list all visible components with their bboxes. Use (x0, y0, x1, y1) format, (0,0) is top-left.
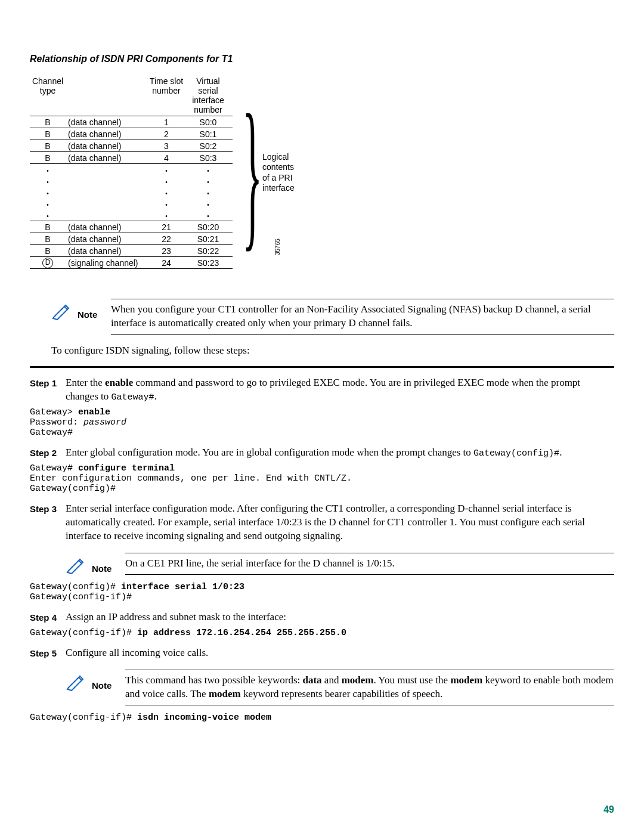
step-body: Enter serial interface configuration mod… (66, 502, 614, 543)
cell-ct: B (30, 129, 66, 139)
table-row: B (data channel) 23 S0:22 (30, 245, 233, 257)
step-2: Step 2 Enter global configuration mode. … (30, 446, 614, 460)
cell-ts: 4 (145, 153, 187, 163)
code-block: Gateway(config-if)# ip address 172.16.25… (30, 628, 614, 638)
table-row-ellipsis (30, 187, 233, 198)
cell-vs: S0:2 (187, 141, 229, 151)
cell-ts: 24 (145, 258, 187, 268)
step-label: Step 3 (30, 502, 66, 543)
intro-text: To configure ISDN signaling, follow thes… (51, 344, 614, 358)
cell-desc: (data channel) (66, 153, 145, 163)
cell-vs: S0:1 (187, 129, 229, 139)
note-label: Note (92, 553, 125, 575)
step-body: Configure all incoming voice calls. (66, 646, 614, 660)
brace-icon: } (242, 95, 262, 250)
cell-ct: B (30, 246, 66, 256)
step-4: Step 4 Assign an IP address and subnet m… (30, 611, 614, 624)
cell-desc: (data channel) (66, 141, 145, 151)
section-title: Relationship of ISDN PRI Components for … (30, 54, 614, 64)
step-label: Step 2 (30, 446, 66, 460)
note-block: Note On a CE1 PRI line, the serial inter… (66, 553, 614, 575)
page-number: 49 (603, 804, 614, 815)
table-row-ellipsis (30, 175, 233, 187)
cell-desc: (data channel) (66, 234, 145, 244)
cell-ts: 22 (145, 234, 187, 244)
table-row: B (data channel) 3 S0:2 (30, 140, 233, 152)
code-block: Gateway(config)# interface serial 1/0:23… (30, 582, 614, 602)
note-icon (51, 299, 78, 335)
cell-ts: 3 (145, 141, 187, 151)
note-icon (66, 553, 92, 575)
cell-vs: S0:0 (187, 117, 229, 127)
note-text: When you configure your CT1 controller f… (111, 299, 614, 335)
cell-ct: D (30, 257, 66, 268)
table-row: B (data channel) 1 S0:0 (30, 116, 233, 128)
step-5: Step 5 Configure all incoming voice call… (30, 646, 614, 660)
table-row: D (signaling channel) 24 S0:23 (30, 257, 233, 269)
cell-desc: (data channel) (66, 129, 145, 139)
cell-ts: 21 (145, 222, 187, 232)
note-text: On a CE1 PRI line, the serial interface … (125, 553, 614, 575)
note-text: This command has two possible keywords: … (125, 670, 614, 705)
cell-ct: B (30, 222, 66, 232)
divider (30, 366, 614, 368)
note-label: Note (78, 299, 111, 335)
cell-ts: 23 (145, 246, 187, 256)
code-block: Gateway(config-if)# isdn incoming-voice … (30, 713, 614, 723)
cell-desc: (data channel) (66, 222, 145, 232)
brace-label: Logical contents of a PRI interface (262, 152, 295, 194)
step-label: Step 5 (30, 646, 66, 660)
table-row: B (data channel) 21 S0:20 (30, 221, 233, 233)
code-block: Gateway> enable Password: password Gatew… (30, 407, 614, 438)
step-1: Step 1 Enter the enable command and pass… (30, 376, 614, 404)
th-timeslot: Time slot number (145, 76, 187, 114)
component-table-wrap: Channel type Time slot number Virtual se… (30, 76, 614, 269)
table-row-ellipsis (30, 164, 233, 175)
table-row-ellipsis (30, 198, 233, 209)
code-block: Gateway# configure terminal Enter config… (30, 463, 614, 494)
step-label: Step 4 (30, 611, 66, 624)
cell-desc: (signaling channel) (66, 258, 145, 268)
cell-desc: (data channel) (66, 246, 145, 256)
table-row: B (data channel) 22 S0:21 (30, 233, 233, 245)
note-icon (66, 670, 92, 705)
th-channel-type: Channel type (30, 76, 66, 114)
cell-ct: B (30, 153, 66, 163)
figure-number: 35765 (274, 239, 281, 255)
th-vserial: Virtual serial interface number (187, 76, 229, 114)
cell-vs: S0:23 (187, 258, 229, 268)
step-label: Step 1 (30, 376, 66, 404)
note-label: Note (92, 670, 125, 705)
note-block: Note This command has two possible keywo… (66, 670, 614, 705)
table-row-ellipsis (30, 209, 233, 221)
cell-desc: (data channel) (66, 117, 145, 127)
component-table: Channel type Time slot number Virtual se… (30, 76, 233, 269)
table-row: B (data channel) 2 S0:1 (30, 128, 233, 140)
cell-ts: 2 (145, 129, 187, 139)
cell-vs: S0:22 (187, 246, 229, 256)
step-body: Enter global configuration mode. You are… (66, 446, 614, 460)
cell-vs: S0:20 (187, 222, 229, 232)
step-3: Step 3 Enter serial interface configurat… (30, 502, 614, 543)
table-row: B (data channel) 4 S0:3 (30, 152, 233, 164)
step-body: Assign an IP address and subnet mask to … (66, 611, 614, 624)
cell-ct: B (30, 117, 66, 127)
cell-ct: B (30, 141, 66, 151)
cell-ts: 1 (145, 117, 187, 127)
cell-vs: S0:21 (187, 234, 229, 244)
cell-vs: S0:3 (187, 153, 229, 163)
step-body: Enter the enable command and password to… (66, 376, 614, 404)
note-block: Note When you configure your CT1 control… (51, 299, 614, 335)
cell-ct: B (30, 234, 66, 244)
